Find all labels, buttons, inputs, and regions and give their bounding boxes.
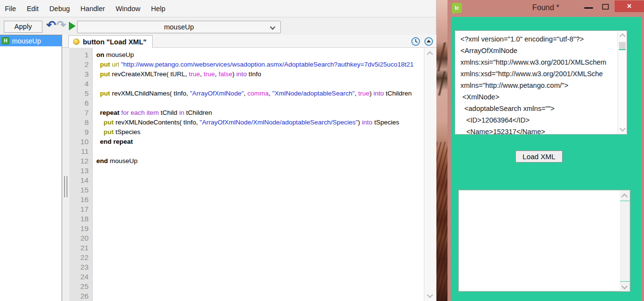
output-field[interactable]: [458, 190, 631, 292]
code-line: put revXMLChildNames( tInfo, "ArrayOfXml…: [96, 89, 424, 98]
code-token: comma: [247, 90, 268, 97]
scroll-up-icon[interactable]: [621, 193, 628, 200]
code-line: end repeat: [96, 137, 424, 147]
code-line: [96, 195, 424, 205]
line-number: 11: [69, 147, 92, 156]
history-clock-icon[interactable]: [411, 37, 421, 46]
close-button[interactable]: ×: [615, 0, 644, 12]
redo-icon[interactable]: ↷: [56, 18, 66, 32]
scroll-down-icon[interactable]: [427, 292, 433, 298]
line-number: 25: [69, 282, 92, 291]
line-number: 20: [69, 233, 92, 243]
code-token: tInfo: [247, 70, 261, 78]
line-number: 12: [69, 156, 92, 166]
code-token: "ArrayOfXmlNode": [190, 90, 244, 97]
scroll-down-icon[interactable]: [619, 125, 626, 132]
menu-item-file[interactable]: File: [5, 5, 16, 13]
line-number: 4: [69, 79, 92, 89]
line-number: 13: [69, 166, 92, 176]
xml-line: xmlns:xsd="http://www.w3.org/2001/XMLSch…: [460, 68, 617, 80]
code-line: [96, 253, 424, 262]
collapse-all-icon[interactable]: [424, 37, 434, 46]
xml-line: <ArrayOfXmlNode: [460, 45, 617, 56]
code-line: [96, 214, 424, 224]
handler-dropdown[interactable]: mouseUp: [77, 21, 281, 33]
output-field-scrollbar[interactable]: [620, 191, 630, 292]
code-line: [96, 233, 424, 243]
script-code-area[interactable]: on mouseUp put url "http://www.petango.c…: [93, 48, 424, 301]
sidebar-splitter[interactable]: [62, 48, 69, 301]
xml-result-field[interactable]: <?xml version="1.0" encoding="utf-8"?><A…: [455, 30, 627, 135]
menu-item-handler[interactable]: Handler: [80, 5, 105, 13]
run-script-icon[interactable]: [69, 22, 76, 30]
code-token: put: [100, 70, 110, 78]
menu-item-help[interactable]: Help: [151, 5, 165, 13]
screen: File Edit Debug Handler Window Help Appl…: [0, 0, 644, 301]
line-number: 17: [69, 205, 92, 214]
found-title-bar[interactable]: lc Found * ×: [447, 0, 644, 17]
menu-item-edit[interactable]: Edit: [26, 5, 39, 13]
sidebar-item-label: mouseUp: [12, 37, 41, 45]
scroll-down-icon[interactable]: [621, 283, 628, 289]
code-token: into: [236, 70, 247, 78]
line-number: 22: [69, 253, 92, 262]
script-tab-bar: button "Load XML": [62, 35, 436, 48]
tab-label: button "Load XML": [83, 38, 146, 46]
code-line: put revCreateXMLTree( tURL, true, true, …: [96, 69, 424, 79]
script-editor-window: File Edit Debug Handler Window Help Appl…: [0, 0, 436, 301]
code-line: [96, 262, 424, 272]
apply-button[interactable]: Apply: [4, 21, 42, 33]
line-number: 26: [69, 291, 92, 301]
code-token: [96, 61, 100, 68]
line-number: 5: [69, 89, 92, 98]
code-token: true: [358, 90, 369, 97]
code-line: [96, 272, 424, 282]
code-token: ): [369, 90, 373, 97]
line-number: 9: [69, 127, 92, 137]
line-number: 7: [69, 108, 92, 118]
editor-scrollbar[interactable]: [424, 48, 436, 301]
code-token: revXMLChildNames( tInfo,: [110, 90, 190, 97]
line-number: 1: [69, 50, 92, 60]
load-xml-button[interactable]: Load XML: [515, 150, 563, 163]
undo-icon[interactable]: ↶: [46, 18, 56, 32]
splitter-grip-icon: [64, 176, 65, 197]
line-number: 14: [69, 176, 92, 185]
code-token: "http://www.petango.com/webservices/wsad…: [121, 61, 414, 68]
maximize-button[interactable]: [602, 4, 609, 10]
code-token: put: [100, 61, 110, 68]
scroll-up-icon[interactable]: [427, 51, 433, 57]
line-number: 6: [69, 98, 92, 108]
code-line: [96, 166, 424, 176]
sidebar-item-mouseup[interactable]: H mouseUp: [0, 35, 62, 46]
code-token: into: [362, 119, 372, 126]
xml-line: <adoptableSearch xmlns="">: [460, 103, 617, 114]
menu-item-window[interactable]: Window: [116, 5, 141, 13]
xml-line: xmlns:xsi="http://www.w3.org/2001/XMLSch…: [460, 56, 617, 68]
code-token: tSpecies: [372, 119, 399, 126]
chevron-down-icon: [270, 24, 275, 29]
code-lines: on mouseUp put url "http://www.petango.c…: [96, 50, 424, 301]
tab-button-load-xml[interactable]: button "Load XML": [68, 35, 153, 48]
scrollbar-thumb[interactable]: [619, 42, 626, 50]
code-line: [96, 282, 424, 291]
editor-toolbar: Apply ↶ ↷ mouseUp: [0, 17, 436, 35]
code-token: [96, 70, 100, 78]
stack-background: <?xml version="1.0" encoding="utf-8"?><A…: [451, 17, 642, 301]
code-line: [96, 147, 424, 156]
xml-field-scrollbar[interactable]: [618, 31, 627, 134]
handler-badge-icon: H: [2, 37, 9, 44]
line-number: 21: [69, 243, 92, 253]
line-number: 8: [69, 118, 92, 127]
menu-item-debug[interactable]: Debug: [49, 5, 70, 13]
minimize-button[interactable]: [584, 7, 593, 9]
code-line: put url "http://www.petango.com/webservi…: [96, 60, 424, 69]
handler-ball-icon: [73, 39, 79, 45]
code-token: repeat: [100, 109, 120, 116]
scroll-up-icon[interactable]: [619, 33, 626, 40]
code-token: [96, 90, 100, 97]
line-number: 2: [69, 60, 92, 69]
code-line: [96, 98, 424, 108]
code-token: [96, 119, 104, 126]
scrollbar-track-line: [620, 201, 630, 201]
